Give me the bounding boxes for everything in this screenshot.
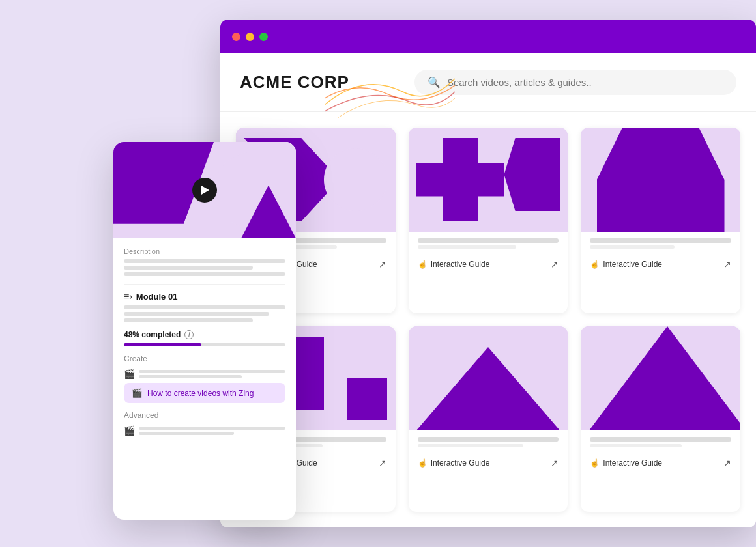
card-2-thumbnail [409,128,568,232]
card-5-info: ☝ Interactive Guide ↗ [409,450,568,476]
advanced-row: 🎬 [124,425,285,436]
card-3-thumbnail [581,128,740,232]
divider-1 [124,284,285,285]
highlight-btn-icon: 🎬 [132,388,142,398]
panel-window: Description ≡› Module 01 48% completed i… [113,142,296,520]
advanced-icon: 🎬 [124,425,135,436]
info-icon[interactable]: i [184,330,194,339]
progress-bar-fill [124,343,201,346]
module-lines [124,305,285,322]
card-5-label: ☝ Interactive Guide [418,458,490,468]
create-line-1 [139,370,285,373]
play-button[interactable] [192,178,217,203]
mod-line-1 [124,305,285,309]
card-3-info: ☝ Interactive Guide ↗ [581,251,740,277]
adv-line-1 [139,427,285,430]
progress-label: 48% completed [124,330,181,339]
highlight-btn-label: How to create videos with Zing [147,389,254,398]
create-row: 🎬 [124,369,285,379]
content-area: ☝ Interactive Guide ↗ ☝ [220,112,756,527]
hand-icon-2: ☝ [418,260,428,269]
card-3-label: ☝ Interactive Guide [590,260,662,269]
traffic-light-yellow[interactable] [246,33,254,41]
search-bar[interactable]: 🔍 [414,70,736,95]
search-input[interactable] [447,77,723,88]
app-header: ACME CORP 🔍 [220,53,756,112]
external-link-icon-1[interactable]: ↗ [379,259,386,270]
external-link-icon-3[interactable]: ↗ [723,259,731,270]
create-video-icon: 🎬 [124,369,135,379]
card-5-thumbnail [409,326,568,430]
panel-body: Description ≡› Module 01 48% completed i… [113,238,296,520]
external-link-icon-2[interactable]: ↗ [551,259,559,270]
hand-icon-5: ☝ [418,458,428,468]
progress-bar-track [124,343,285,346]
desc-line-2 [124,266,253,270]
browser-window: ACME CORP 🔍 [220,20,756,527]
card-6-thumbnail [581,326,740,430]
card-6-label: ☝ Interactive Guide [590,458,662,468]
module-title: Module 01 [136,292,178,302]
card-2[interactable]: ☝ Interactive Guide ↗ [409,128,568,313]
card-6[interactable]: ☝ Interactive Guide ↗ [581,326,740,512]
progress-row: 48% completed i [124,330,285,339]
traffic-light-green[interactable] [259,33,268,41]
hand-icon-3: ☝ [590,260,600,269]
panel-video-thumbnail [113,142,296,238]
decorative-lines [325,66,455,118]
external-link-icon-6[interactable]: ↗ [723,458,731,468]
desc-line-1 [124,259,285,263]
module-icon: ≡› [124,291,132,302]
card-6-info: ☝ Interactive Guide ↗ [581,450,740,476]
module-row: ≡› Module 01 [124,291,285,302]
mod-line-2 [124,312,269,316]
traffic-light-red[interactable] [232,33,240,41]
highlight-link-button[interactable]: 🎬 How to create videos with Zing [124,383,285,403]
advanced-label: Advanced [124,411,285,420]
create-label: Create [124,354,285,363]
browser-titlebar [220,20,756,53]
card-3[interactable]: ☝ Interactive Guide ↗ [581,128,740,313]
description-label: Description [124,247,285,255]
desc-line-3 [124,272,285,276]
create-line-2 [139,375,242,378]
external-link-icon-4[interactable]: ↗ [379,458,386,468]
create-lines [139,370,285,378]
hand-icon-6: ☝ [590,458,600,468]
mod-line-3 [124,318,253,322]
card-2-label: ☝ Interactive Guide [418,260,490,269]
card-2-info: ☝ Interactive Guide ↗ [409,251,568,277]
description-lines [124,259,285,276]
adv-line-2 [139,432,234,435]
advanced-lines [139,427,285,435]
card-5[interactable]: ☝ Interactive Guide ↗ [409,326,568,512]
external-link-icon-5[interactable]: ↗ [551,458,559,468]
